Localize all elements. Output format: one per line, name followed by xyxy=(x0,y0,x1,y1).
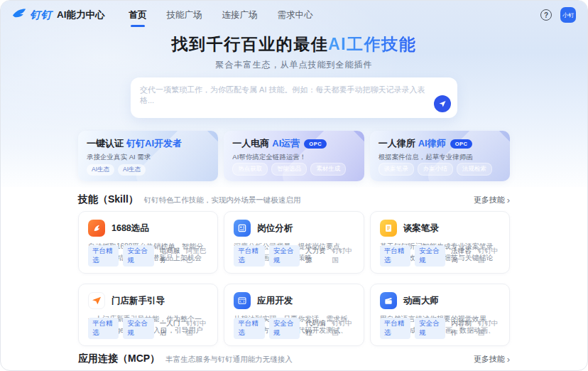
top-gradient-zone: 钉钉 AI能力中心 首页 技能广场 连接广场 需求中心 ? 小钉 找到千行百业的… xyxy=(1,1,587,187)
paper-plane-icon xyxy=(438,100,447,108)
tag-pill: 素材生成 xyxy=(310,163,346,176)
skill-card-title: 1688选品 xyxy=(111,222,149,235)
avatar[interactable]: 小钉 xyxy=(560,7,576,23)
nav-item-connect-market[interactable]: 连接广场 xyxy=(222,6,258,24)
mcp-section: 应用连接（MCP） 丰富生态服务与钉钉通用能力无缝接入 更多技能› xyxy=(78,346,510,371)
skill-search-box xyxy=(131,77,457,118)
tag-pill: AI生态 xyxy=(118,164,146,176)
more-mcp-link[interactable]: 更多技能› xyxy=(474,354,510,365)
provider-label: 钉钉中国 xyxy=(332,319,354,338)
tag-pill: 平台精选 xyxy=(88,318,119,339)
promo-tags: 热点获取 智能选品 素材生成 xyxy=(232,163,346,176)
promo-title: 一人电商 AI运营 OPC xyxy=(232,137,355,150)
skill-card-animation-master[interactable]: 动画大师 用自然语言描述你想要的视觉效果，AI 自动生成专业级动画、数据动画、信… xyxy=(370,284,510,346)
tag-pill: 法规检索 xyxy=(457,163,492,176)
promo-subtitle: 承接企业真实 AI 需求 xyxy=(87,153,209,162)
skill-card-1688[interactable]: 1688选品 自动抓取1688平台热销榜单，智能分析趋势，精准发现高潜新品上架机… xyxy=(78,211,218,274)
nav-item-skill-market[interactable]: 技能广场 xyxy=(167,6,202,24)
section-title: 应用连接（MCP） xyxy=(78,353,160,365)
hero-title: 找到千行百业的最佳AI工作技能 xyxy=(1,33,587,55)
skill-card-title: 动画大师 xyxy=(403,295,439,307)
main-nav: 首页 技能广场 连接广场 需求中心 xyxy=(129,6,313,24)
promo-card-ecommerce-operator[interactable]: 一人电商 AI运营 OPC AI帮你搞定全链路运营！ 热点获取 智能选品 素材生… xyxy=(224,131,364,181)
tag-pill: 安全合规 xyxy=(269,245,300,267)
tag-pill: 安全合规 xyxy=(123,318,153,339)
section-subtitle: 丰富生态服务与钉钉通用能力无缝接入 xyxy=(165,355,293,365)
tag-pill: 安全合规 xyxy=(123,245,153,267)
category-label: 一人门店 xyxy=(160,319,182,338)
promo-tags: 谈案笔录 办案小结 法规检索 xyxy=(379,163,492,176)
send-button[interactable] xyxy=(434,95,451,112)
tag-pill: 安全合规 xyxy=(415,245,445,267)
help-icon[interactable]: ? xyxy=(540,9,552,21)
skill-card-case-notes[interactable]: 谈案笔录 基于钉钉听记智能生成专业谈案笔录报告，高效还原会议细节与关键结论 平台… xyxy=(370,211,510,274)
tag-pill: 安全合规 xyxy=(415,318,445,339)
section-title: 技能（Skill） xyxy=(78,193,138,206)
promo-subtitle: 根据案件信息，起草专业律师函 xyxy=(379,153,501,162)
section-subtitle: 钉钉特色工作技能，实现内外场景一键极速启用 xyxy=(144,195,301,205)
skill-card-job-analysis[interactable]: 岗位分析 深度分析公司背景，提炼岗位要点，生成人才画像与寻访策略 平台精选 安全… xyxy=(224,211,364,274)
nav-item-home[interactable]: 首页 xyxy=(129,6,147,24)
provider-label: 钉钉中国 xyxy=(478,247,500,265)
chevron-right-icon: › xyxy=(507,355,510,364)
ai-capability-center-window: 钉钉 AI能力中心 首页 技能广场 连接广场 需求中心 ? 小钉 找到千行百业的… xyxy=(0,0,588,371)
app-dev-icon xyxy=(234,292,251,309)
tag-pill: 平台精选 xyxy=(234,245,264,267)
skill-section-header: 技能（Skill） 钉钉特色工作技能，实现内外场景一键极速启用 更多技能› xyxy=(78,187,510,211)
skill-card-store-guide[interactable]: 门店新手引导 一人门店新手引导技能，作为整个一人门店 Agent 的统一入口，引… xyxy=(78,284,218,346)
brand-logo-text: 钉钉 xyxy=(30,9,52,22)
chevron-right-icon: › xyxy=(507,195,510,205)
opc-badge: OPC xyxy=(304,139,327,149)
skill-card-title: 谈案笔录 xyxy=(403,222,439,235)
nav-item-demand-center[interactable]: 需求中心 xyxy=(278,6,313,24)
provider-label: 阿里巴巴 xyxy=(186,247,208,265)
product-title: AI能力中心 xyxy=(57,9,105,21)
skill-card-title: 岗位分析 xyxy=(257,222,293,235)
opc-badge: OPC xyxy=(450,139,473,149)
tag-pill: 办案小结 xyxy=(418,163,453,176)
tag-pill: 平台精选 xyxy=(234,318,264,339)
promo-title: 一键认证 钉钉AI开发者 xyxy=(87,137,209,150)
category-label: 代码编程 xyxy=(305,319,327,338)
provider-label: 钉钉中国 xyxy=(332,247,354,265)
skill-card-grid: 1688选品 自动抓取1688平台热销榜单，智能分析趋势，精准发现高潜新品上架机… xyxy=(78,211,510,346)
promo-card-ai-developer[interactable]: 一键认证 钉钉AI开发者 承接企业真实 AI 需求 AI生态 AI生态 xyxy=(78,131,218,181)
tag-pill: 热点获取 xyxy=(232,163,268,176)
provider-label: 钉钉中国 xyxy=(186,319,208,338)
hero-subtitle: 聚合丰富生态，从单点技能到全能插件 xyxy=(1,59,587,71)
tag-pill: 平台精选 xyxy=(88,245,119,267)
promo-card-ai-lawyer[interactable]: 一人律所 AI律师 OPC 根据案件信息，起草专业律师函 谈案笔录 办案小结 法… xyxy=(370,131,510,181)
tag-pill: AI生态 xyxy=(87,164,114,176)
promo-banner-row: 一键认证 钉钉AI开发者 承接企业真实 AI 需求 AI生态 AI生态 一人电商… xyxy=(78,131,510,181)
brand: 钉钉 AI能力中心 xyxy=(12,8,105,22)
category-label: 内容制作 xyxy=(451,319,473,338)
promo-subtitle: AI帮你搞定全链路运营！ xyxy=(232,153,355,162)
skill-section: 技能（Skill） 钉钉特色工作技能，实现内外场景一键极速启用 更多技能› 16… xyxy=(78,187,510,346)
tag-pill: 安全合规 xyxy=(269,318,300,339)
skill-card-title: 门店新手引导 xyxy=(111,295,165,307)
tag-pill: 平台精选 xyxy=(380,318,410,339)
case-notes-icon xyxy=(380,220,397,237)
animation-master-icon xyxy=(380,292,397,309)
category-label: 电商服务 xyxy=(160,247,182,265)
skill-card-title: 应用开发 xyxy=(257,295,293,307)
1688-icon xyxy=(88,220,105,237)
tag-pill: 平台精选 xyxy=(380,245,410,267)
store-guide-icon xyxy=(88,292,105,309)
top-nav-bar: 钉钉 AI能力中心 首页 技能广场 连接广场 需求中心 ? 小钉 xyxy=(1,1,587,29)
promo-tags: AI生态 AI生态 xyxy=(87,164,146,176)
tag-pill: 谈案笔录 xyxy=(379,163,414,176)
header-right: ? 小钉 xyxy=(540,7,576,23)
tag-pill: 智能选品 xyxy=(271,163,307,176)
dingtalk-logo-icon xyxy=(12,8,26,22)
job-analysis-icon xyxy=(234,220,251,237)
search-input[interactable] xyxy=(131,77,457,118)
provider-label: 钉钉中国 xyxy=(478,319,500,338)
promo-title: 一人律所 AI律师 OPC xyxy=(379,137,501,150)
more-skills-link[interactable]: 更多技能› xyxy=(474,195,510,205)
mcp-section-header: 应用连接（MCP） 丰富生态服务与钉钉通用能力无缝接入 更多技能› xyxy=(78,346,510,370)
skill-card-app-dev[interactable]: 应用开发 从想法到实现：只要你发话，需求拆解、技术方案选择、代码开发测试、系统部… xyxy=(224,284,364,346)
category-label: 人力资源 xyxy=(305,247,327,265)
hero-section: 找到千行百业的最佳AI工作技能 聚合丰富生态，从单点技能到全能插件 xyxy=(1,33,587,118)
category-label: 法律咨询 xyxy=(451,247,473,265)
